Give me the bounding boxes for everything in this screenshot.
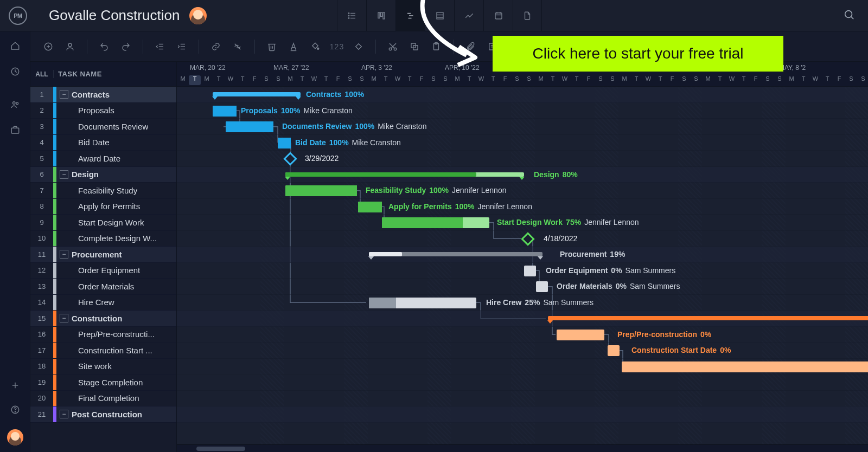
- assign-user-icon[interactable]: [63, 40, 77, 54]
- gantt-row[interactable]: Documents Review 100% Mike Cranston: [177, 119, 868, 135]
- add-task-icon[interactable]: [41, 40, 55, 54]
- undo-icon[interactable]: [97, 40, 111, 54]
- paste-icon[interactable]: [429, 40, 443, 54]
- task-row[interactable]: 2Proposals: [30, 103, 176, 119]
- outdent-icon[interactable]: [153, 40, 167, 54]
- task-bar[interactable]: [358, 202, 382, 212]
- view-file-icon[interactable]: [513, 0, 542, 31]
- view-board-icon[interactable]: [366, 0, 395, 31]
- cta-free-trial-button[interactable]: Click here to start your free trial: [493, 36, 783, 72]
- summary-bar[interactable]: [213, 92, 301, 96]
- collapse-toggle-icon[interactable]: −: [60, 90, 68, 99]
- collapse-toggle-icon[interactable]: −: [60, 170, 68, 179]
- gantt-row[interactable]: Apply for Permits 100% Jennifer Lennon: [177, 199, 868, 215]
- collapse-toggle-icon[interactable]: −: [60, 410, 68, 418]
- task-bar[interactable]: [524, 266, 536, 276]
- nav-portfolio-icon[interactable]: [10, 125, 20, 137]
- nav-home-icon[interactable]: [10, 41, 20, 53]
- gantt-row[interactable]: [177, 311, 868, 327]
- task-row[interactable]: 1−Contracts: [30, 87, 176, 103]
- collapse-toggle-icon[interactable]: −: [60, 314, 68, 322]
- task-row[interactable]: 4Bid Date: [30, 135, 176, 151]
- task-row[interactable]: 9Start Design Work: [30, 215, 176, 231]
- milestone-marker[interactable]: [521, 232, 534, 246]
- task-bar[interactable]: [226, 121, 273, 132]
- view-list-icon[interactable]: [337, 0, 366, 31]
- task-row[interactable]: 21−Post Construction: [30, 406, 176, 423]
- project-owner-avatar[interactable]: [189, 7, 207, 24]
- gantt-row[interactable]: [177, 406, 868, 423]
- task-row[interactable]: 17Construction Start ...: [30, 343, 176, 359]
- gantt-row[interactable]: Order Equipment 0% Sam Summers: [177, 263, 868, 279]
- nav-recent-icon[interactable]: [10, 67, 20, 78]
- gantt-row[interactable]: 4/18/2022: [177, 231, 868, 247]
- gantt-row[interactable]: Construction Start Date 0%: [177, 343, 868, 359]
- gantt-row[interactable]: Order Materials 0% Sam Summers: [177, 279, 868, 295]
- task-bar[interactable]: [382, 217, 489, 228]
- task-row[interactable]: 8Apply for Permits: [30, 199, 176, 215]
- nav-add-icon[interactable]: [10, 380, 20, 392]
- copy-icon[interactable]: [407, 40, 422, 54]
- gantt-row[interactable]: Design 80%: [177, 167, 868, 183]
- gantt-row[interactable]: [177, 374, 868, 391]
- milestone-shape-icon[interactable]: [352, 40, 366, 54]
- task-bar[interactable]: [285, 185, 357, 196]
- task-row[interactable]: 3Documents Review: [30, 119, 176, 135]
- milestone-marker[interactable]: [283, 152, 297, 165]
- task-row[interactable]: 7Feasibility Study: [30, 183, 176, 199]
- task-row[interactable]: 13Order Materials: [30, 279, 176, 295]
- task-row[interactable]: 19Stage Completion: [30, 374, 176, 391]
- view-gantt-icon[interactable]: [395, 0, 425, 31]
- link-icon[interactable]: [209, 40, 223, 54]
- task-bar[interactable]: [213, 106, 237, 117]
- task-row[interactable]: 16Prep/Pre-constructi...: [30, 327, 176, 343]
- app-logo[interactable]: PM: [9, 7, 27, 25]
- text-style-icon[interactable]: [286, 40, 301, 54]
- task-row[interactable]: 14Hire Crew: [30, 295, 176, 311]
- gantt-row[interactable]: Hire Crew 25% Sam Summers: [177, 295, 868, 311]
- summary-bar[interactable]: [548, 316, 868, 320]
- view-calendar-icon[interactable]: [483, 0, 513, 31]
- cut-icon[interactable]: [386, 40, 400, 54]
- gantt-row[interactable]: Start Design Work 75% Jennifer Lennon: [177, 215, 868, 231]
- unlink-icon[interactable]: [231, 40, 245, 54]
- gantt-row[interactable]: [177, 359, 868, 375]
- gantt-row[interactable]: Procurement 19%: [177, 247, 868, 263]
- gantt-row[interactable]: Bid Date 100% Mike Cranston: [177, 135, 868, 151]
- search-icon[interactable]: [839, 4, 859, 27]
- collapse-toggle-icon[interactable]: −: [60, 250, 68, 259]
- gantt-row[interactable]: Feasibility Study 100% Jennifer Lennon: [177, 183, 868, 199]
- redo-icon[interactable]: [119, 40, 133, 54]
- gantt-horizontal-scrollbar[interactable]: [177, 444, 868, 452]
- task-bar[interactable]: [369, 298, 476, 308]
- task-row[interactable]: 6−Design: [30, 167, 176, 183]
- attach-icon[interactable]: [463, 40, 477, 54]
- column-number-icon[interactable]: 123: [330, 40, 344, 54]
- user-avatar[interactable]: [7, 429, 23, 445]
- task-bar[interactable]: [608, 345, 620, 356]
- task-row[interactable]: 20Final Completion: [30, 391, 176, 407]
- gantt-row[interactable]: Prep/Pre-construction 0%: [177, 327, 868, 343]
- indent-icon[interactable]: [175, 40, 189, 54]
- task-row[interactable]: 5Award Date: [30, 151, 176, 167]
- gantt-row[interactable]: Proposals 100% Mike Cranston: [177, 103, 868, 119]
- task-bar[interactable]: [557, 330, 604, 340]
- task-row[interactable]: 11−Procurement: [30, 247, 176, 263]
- task-bar[interactable]: [278, 138, 291, 148]
- gantt-row[interactable]: [177, 391, 868, 407]
- task-row[interactable]: 15−Construction: [30, 311, 176, 327]
- task-bar[interactable]: [536, 281, 548, 292]
- task-row[interactable]: 12Order Equipment: [30, 263, 176, 279]
- column-task-name-header[interactable]: TASK NAME: [53, 70, 176, 78]
- gantt-horizontal-scrollbar-thumb[interactable]: [196, 447, 245, 451]
- fill-color-icon[interactable]: [308, 40, 322, 54]
- task-bar[interactable]: [622, 361, 868, 372]
- column-all-header[interactable]: ALL: [30, 70, 53, 78]
- delete-icon[interactable]: [265, 40, 279, 54]
- nav-team-icon[interactable]: [10, 100, 20, 111]
- gantt-row[interactable]: Contracts 100%: [177, 87, 868, 103]
- view-dashboard-icon[interactable]: [454, 0, 483, 31]
- gantt-row[interactable]: 3/29/2022: [177, 151, 868, 167]
- task-row[interactable]: 18Site work: [30, 359, 176, 375]
- nav-help-icon[interactable]: [10, 405, 20, 416]
